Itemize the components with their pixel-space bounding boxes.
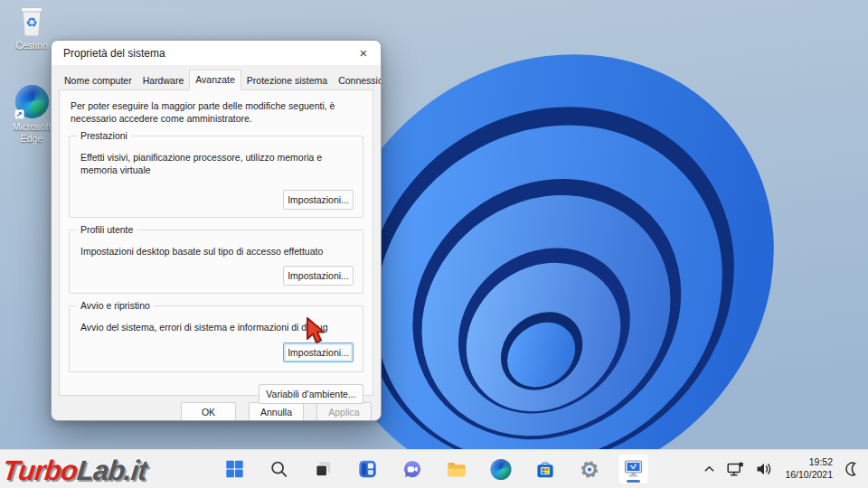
gear-icon	[579, 459, 599, 480]
system-tray: 19:52 16/10/2021	[702, 450, 861, 488]
desktop: ♻ Cestino ↗ Microsoft Edge Proprietà del…	[0, 0, 868, 488]
user-profiles-settings-button[interactable]: Impostazioni...	[283, 266, 354, 286]
search-icon	[269, 459, 289, 479]
system-properties-dialog: Proprietà del sistema × Nome computer Ha…	[51, 40, 382, 421]
task-view-icon	[314, 459, 334, 479]
taskbar-center-icons	[220, 454, 649, 484]
chevron-up-icon	[703, 465, 715, 474]
chat-button[interactable]	[397, 454, 428, 484]
network-button[interactable]	[725, 455, 746, 483]
dialog-titlebar[interactable]: Proprietà del sistema ×	[52, 41, 381, 65]
file-explorer-button[interactable]	[441, 454, 472, 484]
tab-connessione-remota[interactable]: Connessione remota	[333, 71, 382, 90]
group-title: Avvio e ripristino	[77, 300, 154, 311]
recycle-bin-icon: ♻	[16, 5, 47, 37]
tray-time: 19:52	[785, 456, 833, 469]
edge-icon	[490, 459, 511, 480]
dialog-title: Proprietà del sistema	[63, 47, 352, 60]
watermark-turbo: Turbo	[1, 455, 79, 486]
system-properties-icon	[622, 458, 646, 480]
edge-button[interactable]	[486, 454, 516, 484]
watermark-lab: Lab.it	[75, 455, 147, 486]
shortcut-arrow-icon: ↗	[14, 109, 24, 119]
moon-icon	[844, 462, 859, 476]
admin-notice-text: Per poter eseguire la maggior parte dell…	[71, 99, 362, 125]
cancel-button[interactable]: Annulla	[249, 402, 304, 421]
speaker-icon	[756, 462, 773, 476]
widgets-button[interactable]	[353, 454, 383, 484]
desktop-icon-label: Microsoft	[13, 121, 52, 132]
store-button[interactable]	[530, 454, 561, 484]
turbolab-watermark: TurboLab.it	[1, 455, 148, 487]
volume-button[interactable]	[754, 455, 775, 483]
focus-assist-button[interactable]	[843, 455, 861, 483]
tab-nome-computer[interactable]: Nome computer	[59, 71, 137, 90]
tab-page-avanzate: Per poter eseguire la maggior parte dell…	[59, 89, 373, 396]
performance-settings-button[interactable]: Impostazioni...	[283, 190, 354, 210]
start-button[interactable]	[220, 454, 250, 484]
environment-variables-button[interactable]: Variabili d'ambiente...	[259, 384, 363, 404]
windows-start-icon	[225, 459, 245, 479]
tray-date: 16/10/2021	[785, 469, 833, 482]
tab-avanzate[interactable]: Avanzate	[189, 70, 241, 90]
chat-icon	[401, 459, 422, 480]
tab-hardware[interactable]: Hardware	[137, 71, 190, 90]
group-title: Prestazioni	[77, 130, 131, 141]
store-icon	[534, 459, 555, 480]
edge-icon: ↗	[15, 85, 49, 118]
group-profili-utente: Profili utente Impostazioni desktop basa…	[69, 230, 363, 295]
group-prestazioni: Prestazioni Effetti visivi, pianificazio…	[69, 136, 363, 217]
desktop-icon-label: Edge	[21, 133, 43, 144]
tab-protezione-sistema[interactable]: Protezione sistema	[241, 71, 333, 90]
desktop-icon-microsoft-edge[interactable]: ↗ Microsoft Edge	[6, 85, 57, 144]
group-description: Effetti visivi, pianificazione processor…	[80, 152, 354, 176]
tray-chevron-button[interactable]	[702, 455, 717, 483]
desktop-icon-label: Cestino	[15, 40, 48, 51]
taskbar-clock[interactable]: 19:52 16/10/2021	[783, 455, 835, 483]
desktop-icon-recycle-bin[interactable]: ♻ Cestino	[6, 5, 57, 51]
system-properties-taskbar-button[interactable]	[618, 454, 649, 484]
mouse-cursor	[305, 317, 328, 344]
task-view-button[interactable]	[308, 454, 339, 484]
ethernet-icon	[727, 462, 744, 477]
apply-button: Applica	[316, 402, 372, 421]
close-icon[interactable]: ×	[352, 43, 375, 62]
group-description: Impostazioni desktop basate sul tipo di …	[80, 246, 354, 258]
widgets-icon	[358, 459, 378, 479]
group-title: Profili utente	[77, 224, 137, 235]
file-explorer-icon	[446, 459, 467, 480]
svg-text:♻: ♻	[25, 14, 37, 30]
search-button[interactable]	[264, 454, 295, 484]
startup-recovery-settings-button[interactable]: Impostazioni...	[283, 343, 354, 362]
ok-button[interactable]: OK	[181, 402, 236, 421]
dialog-tabs: Nome computer Hardware Avanzate Protezio…	[52, 65, 381, 89]
settings-button[interactable]	[574, 454, 605, 484]
